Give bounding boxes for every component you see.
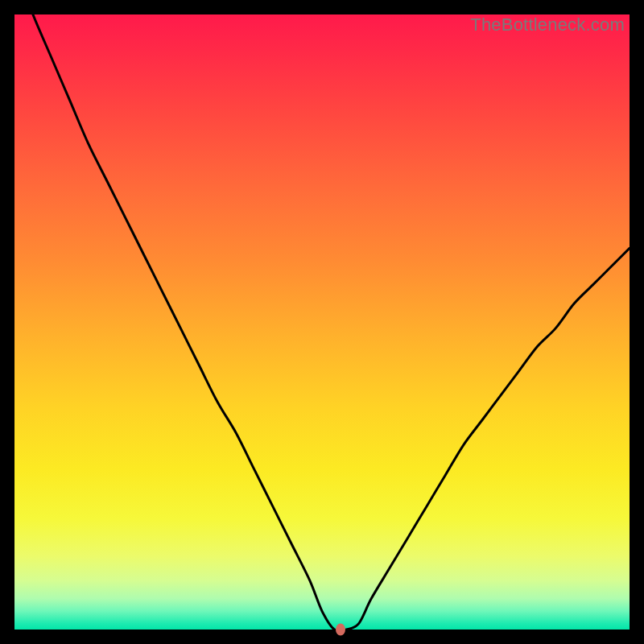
optimal-point-marker <box>336 624 345 636</box>
chart-frame: TheBottleneck.com <box>14 14 630 630</box>
bottleneck-curve <box>14 14 630 630</box>
